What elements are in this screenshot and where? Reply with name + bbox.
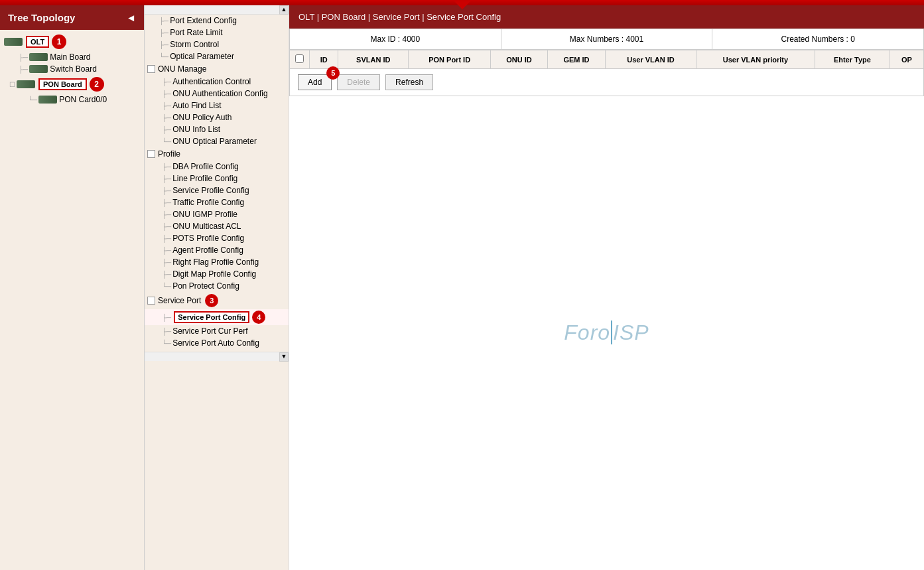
checkbox-service-port[interactable] <box>147 297 155 305</box>
menu-onu-optical-param[interactable]: └─ ONU Optical Parameter <box>145 135 289 147</box>
checkbox-pon[interactable]: ☐ <box>9 81 15 88</box>
left-nav: ▲ ├─ Port Extend Config ├─ Port Rate Lim… <box>145 5 289 570</box>
menu-optical-parameter[interactable]: └─ Optical Parameter <box>145 50 289 62</box>
label-service-port-config[interactable]: Service Port Config <box>174 311 249 323</box>
checkbox-onu-manage[interactable] <box>147 65 155 73</box>
stat-created-numbers-value: 0 <box>850 35 855 44</box>
th-ehter-type: Ehter Type <box>815 50 890 69</box>
label-optical-parameter: Optical Parameter <box>170 52 234 61</box>
label-service-port-auto-config: Service Port Auto Config <box>172 338 259 348</box>
data-table: ID SVLAN ID PON Port ID ONU ID GEM ID Us… <box>289 50 924 69</box>
stat-max-numbers-label: Max Numbers <box>570 35 620 44</box>
menu-dba-profile-config[interactable]: ├─ DBA Profile Config <box>145 161 289 173</box>
stat-max-id: Max ID : 4000 <box>290 29 501 49</box>
c9: ├─ <box>162 126 171 133</box>
label-profile: Profile <box>158 149 180 159</box>
c19: ├─ <box>162 259 171 266</box>
menu-onu-multicast-acl[interactable]: ├─ ONU Multicast ACL <box>145 220 289 232</box>
menu-pots-profile-config[interactable]: ├─ POTS Profile Config <box>145 232 289 244</box>
label-onu-manage: ONU Manage <box>158 64 206 74</box>
menu-right-flag-profile-config[interactable]: ├─ Right Flag Profile Config <box>145 256 289 268</box>
tree-node-switch-board[interactable]: ├─ Switch Board <box>0 63 144 75</box>
label-onu-igmp-profile: ONU IGMP Profile <box>172 210 237 219</box>
section-onu-manage[interactable]: ONU Manage <box>145 62 289 76</box>
menu-agent-profile-config[interactable]: ├─ Agent Profile Config <box>145 244 289 256</box>
menu-digit-map-profile-config[interactable]: ├─ Digit Map Profile Config <box>145 268 289 280</box>
menu-service-port-config[interactable]: ├─ Service Port Config 4 <box>145 309 289 325</box>
menu-pon-protect-config[interactable]: └─ Pon Protect Config <box>145 280 289 292</box>
menu-service-profile-config[interactable]: ├─ Service Profile Config <box>145 184 289 196</box>
c15: ├─ <box>162 211 171 218</box>
menu-onu-igmp-profile[interactable]: ├─ ONU IGMP Profile <box>145 208 289 220</box>
menu-authentication-control[interactable]: ├─ Authentication Control <box>145 76 289 88</box>
select-all-checkbox[interactable] <box>295 54 304 63</box>
add-button[interactable]: Add <box>298 74 332 90</box>
olt-icon <box>4 38 23 46</box>
label-right-flag-profile-config: Right Flag Profile Config <box>172 257 259 267</box>
pon-card-label: PON Card0/0 <box>59 95 107 104</box>
label-traffic-profile-config: Traffic Profile Config <box>172 198 244 207</box>
olt-label[interactable]: OLT <box>26 36 49 48</box>
menu-onu-policy-auth[interactable]: ├─ ONU Policy Auth <box>145 111 289 123</box>
tree-node-pon-card[interactable]: └─ PON Card0/0 <box>0 94 144 106</box>
c6: ├─ <box>162 90 171 98</box>
menu-auto-find-list[interactable]: ├─ Auto Find List <box>145 100 289 111</box>
stat-max-numbers: Max Numbers : 4001 <box>501 29 713 49</box>
action-bar: Add 5 Delete Refresh <box>289 69 924 96</box>
label-storm-control: Storm Control <box>170 40 219 49</box>
label-port-rate-limit: Port Rate Limit <box>170 28 222 37</box>
stat-max-numbers-value: 4001 <box>626 35 644 44</box>
c13: ├─ <box>162 187 171 194</box>
watermark-pipe <box>610 321 613 346</box>
c3: ├─ <box>159 41 168 48</box>
stat-max-numbers-sep: : <box>622 35 626 44</box>
tree-node-main-board[interactable]: ├─ Main Board <box>0 51 144 63</box>
section-service-port[interactable]: Service Port 3 <box>145 292 289 309</box>
scroll-down-btn[interactable]: ▼ <box>279 352 289 362</box>
sidebar-header[interactable]: Tree Topology ◄ <box>0 5 144 30</box>
menu-traffic-profile-config[interactable]: ├─ Traffic Profile Config <box>145 196 289 208</box>
label-pon-protect-config: Pon Protect Config <box>172 281 239 291</box>
stat-max-id-label: Max ID <box>370 35 395 44</box>
section-profile[interactable]: Profile <box>145 147 289 161</box>
label-pots-profile-config: POTS Profile Config <box>172 234 244 243</box>
tree-node-olt[interactable]: OLT 1 <box>0 33 144 51</box>
c23: ├─ <box>162 328 171 335</box>
label-auto-find-list: Auto Find List <box>172 101 221 110</box>
pon-board-icon <box>17 80 35 88</box>
collapse-icon[interactable]: ◄ <box>126 12 136 23</box>
label-onu-multicast-acl: ONU Multicast ACL <box>172 222 241 231</box>
main-board-label: Main Board <box>50 52 90 62</box>
stat-created-numbers: Created Numbers : 0 <box>712 29 923 49</box>
menu-port-extend-config[interactable]: ├─ Port Extend Config <box>145 15 289 27</box>
label-service-port: Service Port <box>158 296 201 305</box>
menu-onu-info-list[interactable]: ├─ ONU Info List <box>145 123 289 135</box>
breadcrumb: OLT | PON Board | Service Port | Service… <box>289 5 924 29</box>
label-onu-auth-config: ONU Authentication Config <box>172 89 267 98</box>
label-dba-profile-config: DBA Profile Config <box>172 162 238 171</box>
scroll-up-btn[interactable]: ▲ <box>279 5 289 15</box>
checkbox-profile[interactable] <box>147 150 155 158</box>
c5: ├─ <box>162 78 171 86</box>
sidebar-content: OLT 1 ├─ Main Board ├─ Switch Board ☐ PO… <box>0 30 144 570</box>
main-board-icon <box>29 53 48 61</box>
c21: └─ <box>162 283 171 290</box>
menu-service-port-cur-perf[interactable]: ├─ Service Port Cur Perf <box>145 325 289 337</box>
pon-board-label[interactable]: PON Board <box>38 78 87 90</box>
refresh-button[interactable]: Refresh <box>385 74 433 90</box>
menu-onu-auth-config[interactable]: ├─ ONU Authentication Config <box>145 88 289 100</box>
menu-service-port-auto-config[interactable]: └─ Service Port Auto Config <box>145 337 289 349</box>
breadcrumb-text: OLT | PON Board | Service Port | Service… <box>298 12 501 22</box>
menu-storm-control[interactable]: ├─ Storm Control <box>145 38 289 50</box>
c12: ├─ <box>162 175 171 182</box>
c11: ├─ <box>162 163 171 171</box>
c1: ├─ <box>159 17 168 25</box>
menu-line-profile-config[interactable]: ├─ Line Profile Config <box>145 173 289 184</box>
delete-button[interactable]: Delete <box>337 74 380 90</box>
switch-board-icon <box>29 65 48 73</box>
menu-port-rate-limit[interactable]: ├─ Port Rate Limit <box>145 27 289 38</box>
label-service-port-cur-perf: Service Port Cur Perf <box>172 326 247 336</box>
step-badge-1: 1 <box>52 35 66 49</box>
th-pon-port-id: PON Port ID <box>409 50 491 69</box>
tree-node-pon-board[interactable]: ☐ PON Board 2 <box>0 75 144 94</box>
